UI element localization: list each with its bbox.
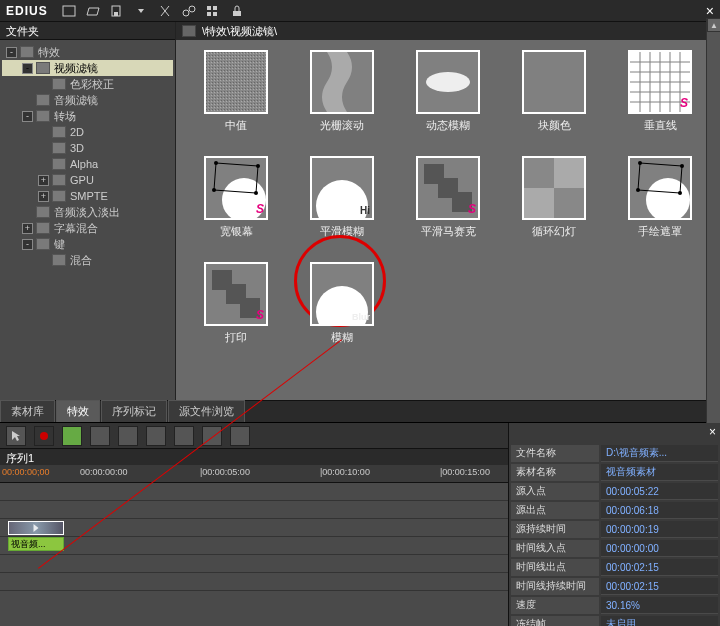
panel-tab[interactable]: 素材库 <box>0 400 55 422</box>
tree-item-label: 字幕混合 <box>54 221 98 236</box>
property-key: 源出点 <box>511 502 599 519</box>
tl-monitor-icon[interactable] <box>62 426 82 446</box>
property-row: 时间线出点00:00:02:15 <box>511 559 718 576</box>
svg-point-4 <box>189 6 195 12</box>
tool-cut-icon[interactable] <box>156 3 174 19</box>
effect-thumbnail[interactable]: S打印 <box>192 262 280 362</box>
svg-point-3 <box>183 10 189 16</box>
folder-icon <box>36 110 50 122</box>
tl-tool8-icon[interactable] <box>202 426 222 446</box>
tl-tool9-icon[interactable] <box>230 426 250 446</box>
tool-new-icon[interactable] <box>60 3 78 19</box>
tree-item[interactable]: 色彩校正 <box>2 76 173 92</box>
timeline-tracks[interactable]: 视音频... <box>0 483 508 626</box>
expand-icon[interactable]: + <box>38 175 49 186</box>
tool-grid-icon[interactable] <box>204 3 222 19</box>
expand-icon[interactable]: + <box>38 191 49 202</box>
tool-lock-icon[interactable] <box>228 3 246 19</box>
collapse-icon[interactable]: - <box>22 63 33 74</box>
panel-tab[interactable]: 源文件浏览 <box>168 400 245 422</box>
spacer <box>38 159 49 170</box>
property-value: 视音频素材 <box>601 464 718 481</box>
tree-item[interactable]: 音频滤镜 <box>2 92 173 108</box>
tree-item[interactable]: 音频淡入淡出 <box>2 204 173 220</box>
effect-thumbnail[interactable]: Hi平滑模糊 <box>298 156 386 256</box>
tree-item[interactable]: +GPU <box>2 172 173 188</box>
effect-thumbnail[interactable]: 块颜色 <box>510 50 598 150</box>
svg-rect-42 <box>524 158 554 188</box>
properties-table: 文件名称D:\视音频素...素材名称视音频素材源入点00:00:05:22源出点… <box>509 443 720 626</box>
tree-item[interactable]: -视频滤镜 <box>2 60 173 76</box>
effect-label: 动态模糊 <box>426 118 470 133</box>
svg-rect-7 <box>207 12 211 16</box>
tree-item[interactable]: +SMPTE <box>2 188 173 204</box>
panel-tab[interactable]: 特效 <box>56 400 100 422</box>
tool-save-icon[interactable] <box>108 3 126 19</box>
property-value: 00:00:00:00 <box>601 540 718 557</box>
tree-item[interactable]: -转场 <box>2 108 173 124</box>
props-close-icon[interactable]: × <box>709 425 716 439</box>
effect-thumbnail[interactable]: 动态模糊 <box>404 50 492 150</box>
svg-rect-11 <box>206 52 266 112</box>
svg-rect-43 <box>554 188 584 218</box>
collapse-icon[interactable]: - <box>6 47 17 58</box>
panel-tab[interactable]: 序列标记 <box>101 400 167 422</box>
tree-item[interactable]: Alpha <box>2 156 173 172</box>
property-row: 速度30.16% <box>511 597 718 614</box>
effect-thumbnail[interactable]: S平滑马赛克 <box>404 156 492 256</box>
effect-thumbnail[interactable]: 光栅滚动 <box>298 50 386 150</box>
expand-icon[interactable]: + <box>22 223 33 234</box>
svg-point-31 <box>214 161 218 165</box>
spacer <box>22 95 33 106</box>
tool-dropdown-icon[interactable] <box>132 3 150 19</box>
tool-props-icon[interactable] <box>180 3 198 19</box>
timeline-ruler[interactable]: 00:00:00;00 00:00:00:00|00:00:05:00|00:0… <box>0 465 508 483</box>
video-clip[interactable] <box>8 521 64 535</box>
tree-item-label: 音频淡入淡出 <box>54 205 120 220</box>
svg-rect-5 <box>207 6 211 10</box>
spacer <box>38 127 49 138</box>
tl-record-icon[interactable] <box>34 426 54 446</box>
tree-item-label: 音频滤镜 <box>54 93 98 108</box>
tree-item[interactable]: -特效 <box>2 44 173 60</box>
ruler-timecode: |00:00:10:00 <box>320 467 370 477</box>
tree-item[interactable]: 2D <box>2 124 173 140</box>
tree-item-label: 键 <box>54 237 65 252</box>
effect-badge: Blur <box>352 312 370 322</box>
close-icon[interactable]: × <box>706 3 714 19</box>
effect-label: 平滑模糊 <box>320 224 364 239</box>
effect-label: 宽银幕 <box>220 224 253 239</box>
effect-thumbnail[interactable]: Blur模糊 <box>298 262 386 362</box>
effect-thumbnail[interactable]: S宽银幕 <box>192 156 280 256</box>
collapse-icon[interactable]: - <box>22 111 33 122</box>
effect-badge: Hi <box>360 205 370 216</box>
property-row: 时间线持续时间00:00:02:15 <box>511 578 718 595</box>
property-key: 速度 <box>511 597 599 614</box>
tl-tool7-icon[interactable] <box>174 426 194 446</box>
tree-item[interactable]: 3D <box>2 140 173 156</box>
tree-item[interactable]: +字幕混合 <box>2 220 173 236</box>
tl-tool4-icon[interactable] <box>90 426 110 446</box>
tl-cursor-icon[interactable] <box>6 426 26 446</box>
sequence-label[interactable]: 序列1 <box>0 449 508 465</box>
spacer <box>38 255 49 266</box>
scroll-up-icon[interactable]: ▲ <box>707 18 720 32</box>
tree-item[interactable]: -键 <box>2 236 173 252</box>
effect-thumbnail[interactable]: 中值 <box>192 50 280 150</box>
folder-icon <box>52 78 66 90</box>
effect-thumbnail[interactable]: 手绘遮罩 <box>616 156 704 256</box>
effect-thumbnail[interactable]: S垂直线 <box>616 50 704 150</box>
svg-point-16 <box>426 72 470 92</box>
tl-tool5-icon[interactable] <box>118 426 138 446</box>
property-row: 冻结帧未启用 <box>511 616 718 626</box>
thumbnail-grid: 中值光栅滚动动态模糊块颜色S垂直线S宽银幕Hi平滑模糊S平滑马赛克循环幻灯手绘遮… <box>176 40 720 400</box>
property-key: 时间线出点 <box>511 559 599 576</box>
tree-item[interactable]: 混合 <box>2 252 173 268</box>
collapse-icon[interactable]: - <box>22 239 33 250</box>
audio-clip[interactable]: 视音频... <box>8 537 64 551</box>
effect-thumbnail[interactable]: 循环幻灯 <box>510 156 598 256</box>
property-row: 源持续时间00:00:00:19 <box>511 521 718 538</box>
tool-open-icon[interactable] <box>84 3 102 19</box>
tree-item-label: 2D <box>70 126 84 138</box>
tl-tool6-icon[interactable] <box>146 426 166 446</box>
